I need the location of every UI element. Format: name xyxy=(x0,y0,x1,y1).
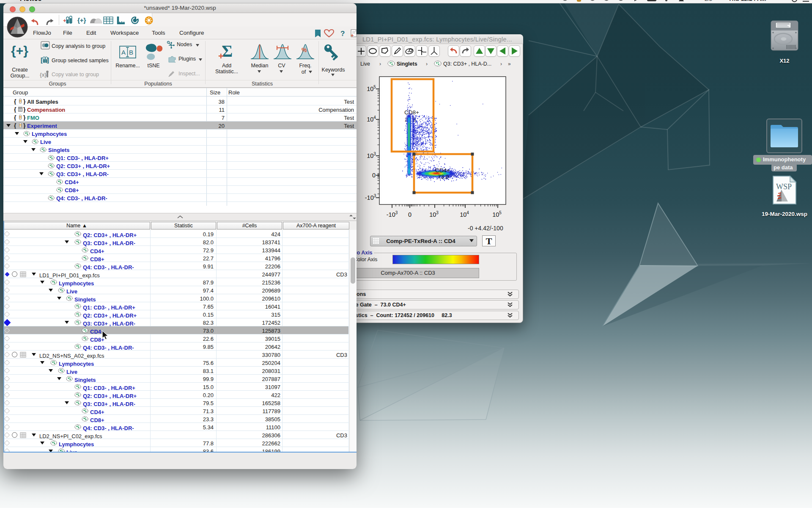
svg-text:+: + xyxy=(351,32,354,38)
svg-text:{: { xyxy=(14,114,16,121)
svg-text:105: 105 xyxy=(492,210,502,218)
svg-text:+: + xyxy=(218,51,224,60)
svg-text:{x}: {x} xyxy=(40,72,47,78)
svg-text:+: + xyxy=(63,17,66,24)
svg-text:-103: -103 xyxy=(387,210,398,218)
svg-text:73.0: 73.0 xyxy=(438,174,449,180)
svg-text:CD4+: CD4+ xyxy=(435,167,450,174)
svg-text:{: { xyxy=(14,106,16,113)
svg-text:0: 0 xyxy=(372,172,376,179)
svg-text:}: } xyxy=(23,98,26,105)
svg-text:-0 +4.42/-100: -0 +4.42/-100 xyxy=(468,225,503,232)
svg-text:A: A xyxy=(121,49,126,56)
svg-text:0: 0 xyxy=(408,211,411,218)
svg-text:103: 103 xyxy=(429,210,439,218)
svg-text:105: 105 xyxy=(367,85,376,92)
svg-text:[: [ xyxy=(41,56,43,64)
svg-text:B: B xyxy=(129,49,133,56)
svg-text:{: { xyxy=(14,122,16,129)
svg-text:%: % xyxy=(302,47,307,53)
svg-text:104: 104 xyxy=(367,115,376,123)
svg-text:}: } xyxy=(23,114,26,121)
svg-text:{: { xyxy=(14,98,16,105)
svg-text:{+}: {+} xyxy=(77,17,86,24)
svg-text:-103: -103 xyxy=(365,193,376,201)
svg-text:104: 104 xyxy=(460,210,469,218)
svg-text:?: ? xyxy=(340,30,345,38)
svg-text:103: 103 xyxy=(367,152,376,159)
svg-text:}: } xyxy=(23,122,26,129)
svg-text:WSP: WSP xyxy=(776,182,792,191)
svg-text:{+}: {+} xyxy=(11,44,28,58)
svg-text:}: } xyxy=(23,106,26,113)
